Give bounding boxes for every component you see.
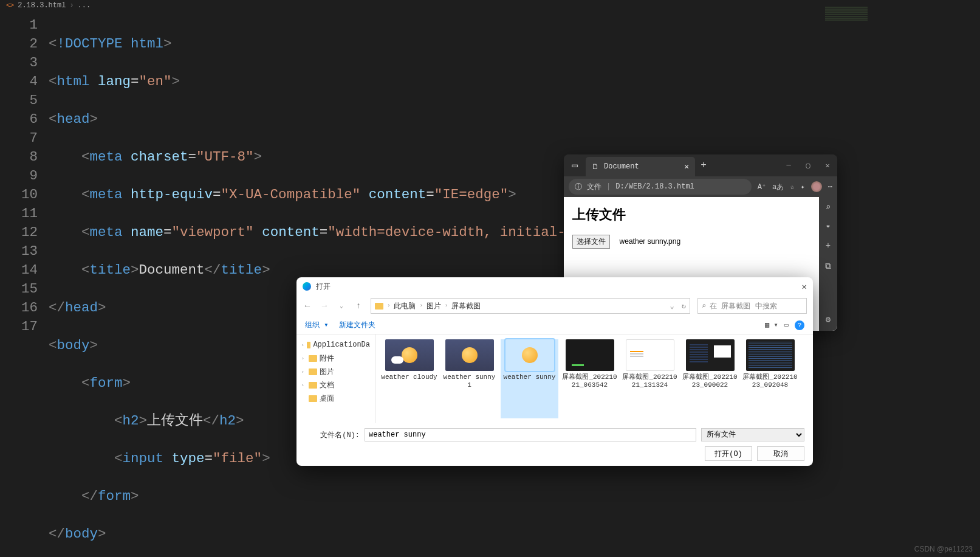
path-bar[interactable]: › 此电脑› 图片› 屏幕截图 ⌄ ↻ xyxy=(371,298,690,314)
new-tab-button[interactable]: + xyxy=(695,160,712,171)
dialog-footer: 文件名(N): 所有文件 打开(O) 取消 xyxy=(296,423,813,466)
file-item[interactable]: weather sunny xyxy=(501,339,558,418)
help-icon[interactable]: ? xyxy=(795,320,804,330)
maximize-icon[interactable]: ▢ xyxy=(798,161,818,170)
file-item[interactable]: weather sunny 1 xyxy=(440,339,498,418)
info-icon[interactable]: ⓘ xyxy=(575,182,582,192)
filename-label: 文件名(N): xyxy=(305,430,360,440)
dialog-nav: ← → ⌄ ↑ › 此电脑› 图片› 屏幕截图 ⌄ ↻ ⌕ 在 屏幕截图 中搜索 xyxy=(296,296,813,316)
dialog-search[interactable]: ⌕ 在 屏幕截图 中搜索 xyxy=(697,298,807,314)
watermark: CSDN @pe11223 xyxy=(914,545,973,553)
translate-icon[interactable]: aあ xyxy=(772,182,784,192)
folder-icon xyxy=(375,303,383,310)
browser-titlebar: ▭ 🗋 Document ✕ + — ▢ ✕ xyxy=(564,154,837,176)
close-icon[interactable]: ✕ xyxy=(818,161,837,170)
path-dropdown-icon[interactable]: ⌄ xyxy=(670,302,674,311)
file-item[interactable]: 屏幕截图_20221023_090022 xyxy=(681,339,739,418)
dialog-titlebar: 打开 ✕ xyxy=(296,277,813,296)
profile-avatar[interactable] xyxy=(811,181,822,192)
sidebar-search-icon[interactable]: ⌕ xyxy=(826,202,831,212)
recent-icon[interactable]: ⌄ xyxy=(337,303,346,310)
extensions-icon[interactable]: ✦ xyxy=(801,182,805,192)
breadcrumb-sep: › xyxy=(69,1,74,10)
browser-tab[interactable]: 🗋 Document ✕ xyxy=(586,157,695,176)
edge-sidebar: ⌕ ❤ + ⧉ ⚙ xyxy=(819,197,837,331)
read-aloud-icon[interactable]: A⁺ xyxy=(758,182,766,192)
path-seg[interactable]: 此电脑 xyxy=(394,301,416,311)
favorite-icon[interactable]: ☆ xyxy=(790,182,794,192)
back-icon[interactable]: ← xyxy=(303,301,312,311)
page-heading: 上传文件 xyxy=(572,206,819,224)
minimize-icon[interactable]: — xyxy=(779,161,798,170)
forward-icon[interactable]: → xyxy=(320,301,329,311)
sidebar-add-icon[interactable]: + xyxy=(826,241,831,251)
cancel-button[interactable]: 取消 xyxy=(757,446,804,461)
path-seg[interactable]: 屏幕截图 xyxy=(451,301,481,311)
view-mode-icon[interactable]: ▦ ▾ xyxy=(765,320,778,330)
sidebar-fav-icon[interactable]: ❤ xyxy=(826,223,829,230)
url-text: D:/WEB/2.18.3.html xyxy=(615,182,694,191)
organize-menu[interactable]: 组织 ▾ xyxy=(305,320,328,330)
edge-icon xyxy=(303,282,311,291)
minimap[interactable] xyxy=(825,6,868,30)
dialog-close-icon[interactable]: ✕ xyxy=(802,282,807,292)
folder-tree[interactable]: ›ApplicationDa ›附件 ›图片 ›文档 桌面 xyxy=(296,334,375,423)
new-folder-button[interactable]: 新建文件夹 xyxy=(339,320,375,330)
open-button[interactable]: 打开(O) xyxy=(705,446,752,461)
tab-manager-icon[interactable]: ▭ xyxy=(566,156,584,175)
tree-item[interactable]: ›ApplicationDa xyxy=(296,338,375,351)
refresh-icon[interactable]: ↻ xyxy=(682,302,686,311)
filter-select[interactable]: 所有文件 xyxy=(701,428,804,441)
more-icon[interactable]: ⋯ xyxy=(828,182,832,192)
tab-close-icon[interactable]: ✕ xyxy=(684,162,689,171)
file-icon: <> xyxy=(6,2,14,9)
path-seg[interactable]: 图片 xyxy=(427,301,441,311)
file-open-dialog: 打开 ✕ ← → ⌄ ↑ › 此电脑› 图片› 屏幕截图 ⌄ ↻ ⌕ 在 屏幕截… xyxy=(296,277,813,466)
search-icon: ⌕ xyxy=(702,302,706,311)
filename-input[interactable] xyxy=(365,428,696,441)
file-item[interactable]: 屏幕截图_20221023_092048 xyxy=(741,339,799,418)
sidebar-settings-icon[interactable]: ⚙ xyxy=(826,314,831,325)
up-icon[interactable]: ↑ xyxy=(354,301,363,311)
file-item[interactable]: 屏幕截图_20221021_063542 xyxy=(561,339,618,418)
sidebar-collapse-icon[interactable]: ⧉ xyxy=(825,261,831,271)
file-label: 文件 xyxy=(587,182,601,192)
dialog-toolbar: 组织 ▾ 新建文件夹 ▦ ▾ ▭ ? xyxy=(296,316,813,334)
tree-item[interactable]: ›附件 xyxy=(296,351,375,365)
tree-item[interactable]: ›文档 xyxy=(296,378,375,392)
chosen-filename: weather sunny.png xyxy=(620,237,681,246)
tab-filename[interactable]: 2.18.3.html xyxy=(18,1,66,10)
page-icon: 🗋 xyxy=(592,162,599,171)
search-placeholder: 在 屏幕截图 中搜索 xyxy=(710,301,776,311)
preview-pane-icon[interactable]: ▭ xyxy=(784,320,789,330)
tree-item[interactable]: ›图片 xyxy=(296,365,375,378)
tab-title: Document xyxy=(604,162,639,171)
dialog-title: 打开 xyxy=(316,282,331,292)
file-list: weather cloudyweather sunny 1weather sun… xyxy=(375,334,813,423)
address-bar: ⓘ 文件 | D:/WEB/2.18.3.html A⁺ aあ ☆ ✦ ⋯ xyxy=(564,176,837,197)
file-item[interactable]: weather cloudy xyxy=(380,339,438,418)
tree-item[interactable]: 桌面 xyxy=(296,392,375,405)
line-gutter: 1234567891011121314151617 xyxy=(0,16,49,557)
url-box[interactable]: ⓘ 文件 | D:/WEB/2.18.3.html xyxy=(569,179,752,195)
breadcrumb-more[interactable]: ... xyxy=(78,1,91,10)
file-item[interactable]: 屏幕截图_20221021_131324 xyxy=(621,339,679,418)
choose-file-button[interactable]: 选择文件 xyxy=(572,235,610,249)
